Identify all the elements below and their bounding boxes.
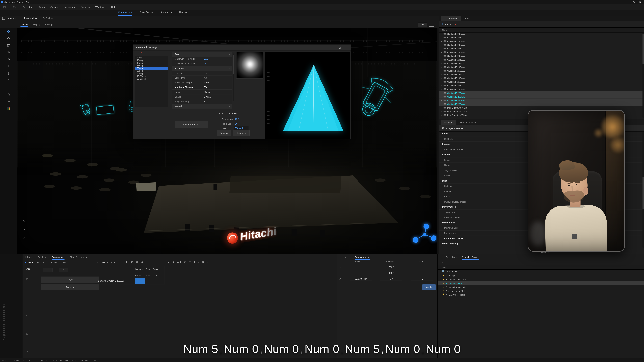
- percent-box[interactable]: %: [59, 268, 68, 272]
- fixture-wireframe-small[interactable]: [78, 103, 94, 117]
- view-subtab[interactable]: Camera: [20, 23, 28, 27]
- hierarchy-tab[interactable]: 3D Hierarchy: [441, 16, 461, 21]
- fixture-row-label[interactable]: ID:602 4x Ovation E-260WW: [98, 278, 124, 284]
- profile-item[interactable]: 15deg: [135, 64, 168, 67]
- mode-tab[interactable]: Hardware: [179, 10, 190, 15]
- toolbar-icon[interactable]: T: [194, 261, 195, 264]
- live-button[interactable]: Live: [418, 23, 427, 27]
- filter-tab[interactable]: Position: [37, 261, 44, 264]
- mode-tab[interactable]: Animation: [161, 10, 172, 15]
- group-row[interactable]: ▸ All Astra Hybrid 420: [438, 289, 644, 293]
- cursor-icon[interactable]: ↖: [96, 261, 98, 264]
- tree-row[interactable]: ▸ Ovation F-265WW: [439, 54, 644, 58]
- profile-item[interactable]: 26deg: [135, 67, 168, 69]
- toolbar-icon[interactable]: ⊡: [189, 261, 191, 264]
- toolbar-icon[interactable]: ⟳: [450, 261, 452, 264]
- toolbar-icon[interactable]: ▦: [136, 261, 138, 264]
- transformation-tab[interactable]: Layer: [344, 256, 350, 260]
- expander-icon[interactable]: ▸: [441, 73, 444, 75]
- expander-icon[interactable]: ▸: [441, 66, 444, 68]
- groups-tab[interactable]: Repository: [446, 256, 456, 260]
- control-mode[interactable]: Control M: [2, 17, 16, 20]
- expander-icon[interactable]: ▸: [441, 44, 444, 46]
- selected-fixture-wireframe[interactable]: [354, 76, 395, 121]
- property-value[interactable]: 5000: [203, 81, 209, 84]
- dialog-property-row[interactable]: Name 26deg: [172, 90, 232, 94]
- tool-icon[interactable]: ✩: [0, 91, 17, 98]
- rotation-field[interactable]: 188 °: [380, 271, 402, 275]
- menu-item[interactable]: Selection: [20, 4, 36, 10]
- toolbar-icon[interactable]: ◧: [131, 261, 134, 264]
- selection-tool-label[interactable]: Selection Tool: [101, 261, 115, 264]
- dialog-property-row[interactable]: Max Color Temper... 5000: [172, 80, 232, 85]
- expander-icon[interactable]: ▸: [441, 48, 444, 50]
- tree-row[interactable]: ▸ Ovation F-265WW: [439, 69, 644, 72]
- tree-row[interactable]: ▸ Ovation F-265WW: [439, 61, 644, 65]
- size-field[interactable]: 1: [411, 266, 433, 269]
- dimmer-button[interactable]: Dimmer: [41, 284, 99, 290]
- profile-item[interactable]: 36deg: [135, 69, 168, 72]
- programmer-tab[interactable]: Patching: [38, 256, 46, 260]
- menu-item[interactable]: Windows: [92, 4, 108, 10]
- group-row[interactable]: ▸ All Mac Viper Profile: [438, 293, 644, 297]
- generate-button-2[interactable]: Generate: [233, 130, 250, 136]
- add-profile-icon[interactable]: +: [135, 51, 137, 55]
- profile-item[interactable]: 15-30deg: [135, 75, 168, 78]
- view-subtab[interactable]: Settings: [45, 23, 53, 27]
- expander-icon[interactable]: ▸: [441, 40, 444, 42]
- tool-icon[interactable]: ✛: [0, 28, 17, 35]
- mode-tab[interactable]: ShowControl: [139, 10, 154, 15]
- tree-row[interactable]: ▸ Ovation F-265WW: [439, 65, 644, 69]
- tool-icon[interactable]: ∫: [0, 70, 17, 77]
- delete-profile-icon[interactable]: ✕: [140, 51, 142, 54]
- size-field[interactable]: 1: [411, 271, 433, 275]
- dialog-property-row[interactable]: Lense Info n.a.: [172, 76, 232, 80]
- add-icon[interactable]: +: [442, 23, 444, 26]
- dialog-minimize-icon[interactable]: –: [332, 46, 334, 49]
- menu-item[interactable]: Rendering: [61, 4, 78, 10]
- group-row[interactable]: ▸ All Sharpy: [438, 273, 644, 277]
- dialog-property-row[interactable]: Minimum Field Angle 26.0 °: [172, 61, 232, 66]
- property-value[interactable]: 26deg: [203, 91, 210, 93]
- tree-row[interactable]: ▸ Ovation F-265WW: [439, 36, 644, 39]
- tree-row[interactable]: ▸ Ovation F-265WW: [439, 39, 644, 43]
- apply-button[interactable]: Apply: [422, 284, 436, 290]
- viewport-icon[interactable]: ✳: [20, 236, 28, 240]
- tree-row[interactable]: ▸ Ovation E-260WW: [439, 91, 644, 95]
- inspector-tab[interactable]: Settings: [441, 120, 456, 125]
- expander-icon[interactable]: ▸: [441, 59, 444, 61]
- profile-item[interactable]: 10deg: [135, 59, 168, 61]
- tree-row[interactable]: ▸ Ovation F-265WW: [439, 84, 644, 87]
- profile-item[interactable]: 5deg: [135, 56, 168, 59]
- toolbar-icon[interactable]: ◎: [207, 261, 209, 264]
- tree-row[interactable]: ▸ Ovation F-265WW: [439, 50, 644, 54]
- group-row[interactable]: ▸ All Ovation F-265WW: [438, 277, 644, 281]
- property-value[interactable]: n.a.: [203, 72, 208, 74]
- fade-box[interactable]: \: [43, 268, 52, 272]
- group-row[interactable]: ▸ All Mac Quantum Wash: [438, 285, 644, 289]
- toolbar-icon[interactable]: ▣: [202, 261, 204, 264]
- toolbar-icon[interactable]: ◉: [141, 261, 144, 264]
- menu-item[interactable]: Create: [48, 4, 60, 10]
- tool-icon[interactable]: ∿: [0, 56, 17, 63]
- dialog-maximize-icon[interactable]: ▢: [339, 46, 341, 49]
- group-row[interactable]: ▸ DMX matrix: [438, 270, 644, 273]
- toolbar-icon[interactable]: ▤: [440, 261, 443, 264]
- dialog-property-row[interactable]: Min Color Temper... 500: [172, 85, 232, 90]
- view-tab[interactable]: Project View: [24, 17, 37, 20]
- toolbar-icon[interactable]: ALL: [177, 261, 182, 264]
- expander-icon[interactable]: ▸: [441, 55, 444, 57]
- tool-icon[interactable]: ○: [0, 77, 17, 84]
- expander-icon[interactable]: ▸: [441, 103, 444, 105]
- mode-tab[interactable]: Construction: [118, 10, 132, 15]
- scrollbar[interactable]: [642, 33, 644, 118]
- expander-icon[interactable]: ▸: [441, 77, 444, 79]
- menu-item[interactable]: Edit: [10, 4, 20, 10]
- tool-icon[interactable]: ▦: [0, 105, 17, 112]
- add-button[interactable]: Add: [445, 23, 449, 26]
- profile-item[interactable]: 50deg: [135, 72, 168, 75]
- generate-button[interactable]: Generate: [217, 130, 232, 136]
- property-value[interactable]: 500: [203, 86, 208, 88]
- tree-row[interactable]: ▸ Ovation F-265WW: [439, 58, 644, 61]
- groups-tab[interactable]: Selection Groups: [462, 256, 479, 260]
